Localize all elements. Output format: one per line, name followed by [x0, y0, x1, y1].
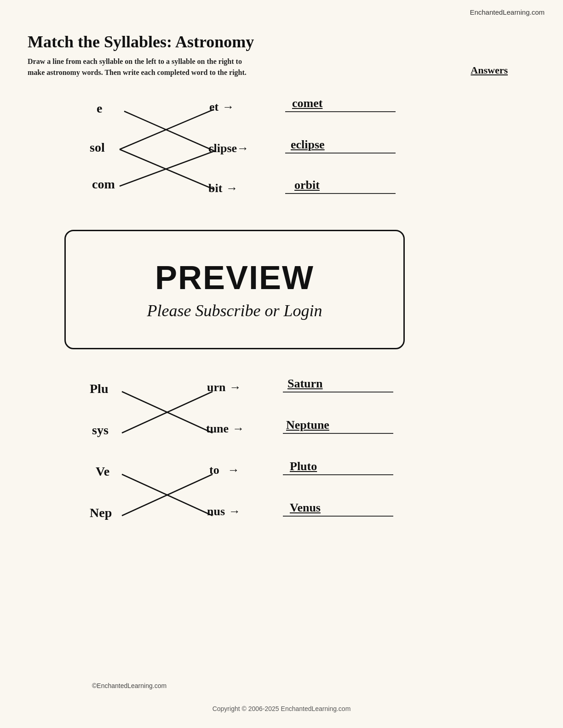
- svg-line-5: [122, 392, 213, 433]
- right-syllable-urn: urn→: [207, 381, 241, 394]
- answer-line-pluto: [283, 474, 393, 475]
- left-syllable-sys: sys: [92, 423, 109, 438]
- right-syllable-tune: tune→: [206, 422, 244, 436]
- preview-box: PREVIEW Please Subscribe or Login: [64, 230, 405, 349]
- left-syllable-e: e: [97, 101, 102, 116]
- content-area: e sol com Plu sys Ve Nep et→ clipse→ bit…: [28, 83, 535, 726]
- answer-saturn: Saturn: [287, 377, 323, 391]
- preview-subtitle: Please Subscribe or Login: [147, 301, 322, 320]
- preview-title: PREVIEW: [155, 259, 314, 296]
- right-syllable-et: et→: [209, 100, 234, 114]
- watermark: ©EnchantedLearning.com: [92, 682, 167, 689]
- answer-eclipse: eclipse: [291, 138, 325, 152]
- copyright: Copyright © 2006-2025 EnchantedLearning.…: [213, 705, 351, 712]
- right-syllable-bit: bit→: [208, 182, 238, 195]
- answer-comet: comet: [292, 97, 322, 110]
- answers-label: Answers: [471, 64, 508, 76]
- answer-line-eclipse: [285, 153, 396, 154]
- answer-venus: Venus: [290, 501, 321, 515]
- left-syllable-nep: Nep: [90, 506, 112, 520]
- svg-line-2: [120, 151, 215, 186]
- answer-line-comet: [285, 111, 396, 112]
- answer-line-venus: [283, 516, 393, 517]
- left-syllable-com: com: [92, 177, 115, 192]
- answer-line-orbit: [285, 193, 396, 194]
- svg-line-6: [122, 474, 213, 516]
- svg-line-0: [124, 111, 214, 151]
- page: EnchantedLearning.com Match the Syllable…: [0, 0, 563, 728]
- svg-line-1: [120, 109, 214, 149]
- main-title: Match the Syllables: Astronomy: [28, 32, 535, 51]
- svg-line-7: [122, 474, 213, 516]
- left-syllable-plu: Plu: [90, 381, 108, 396]
- instructions: Draw a line from each syllable on the le…: [28, 56, 248, 78]
- answer-line-saturn: [283, 392, 393, 392]
- svg-line-4: [122, 392, 213, 433]
- answer-orbit: orbit: [294, 178, 320, 192]
- answer-line-neptune: [283, 433, 393, 434]
- svg-line-3: [120, 149, 214, 189]
- left-syllable-sol: sol: [90, 140, 105, 155]
- answer-pluto: Pluto: [290, 460, 317, 473]
- answer-neptune: Neptune: [286, 418, 329, 432]
- left-syllable-ve: Ve: [96, 464, 109, 479]
- right-syllable-clipse: clipse→: [208, 142, 249, 155]
- right-syllable-to: to→: [209, 463, 240, 477]
- right-syllable-nus: nus→: [207, 505, 241, 518]
- site-name: EnchantedLearning.com: [470, 8, 545, 16]
